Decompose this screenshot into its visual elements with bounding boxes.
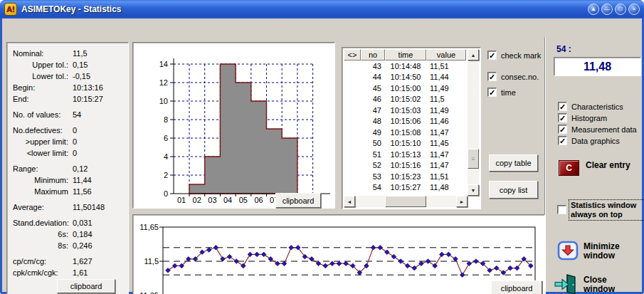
table-row[interactable]: 5010:15:1011,45 — [344, 138, 466, 149]
list-option[interactable]: ✓time — [487, 88, 541, 97]
clear-entry-label: Clear entry — [586, 160, 630, 170]
list-checkbox[interactable]: ✓ — [487, 88, 497, 97]
list-checkbox[interactable]: ✓ — [487, 72, 497, 81]
table-row[interactable]: 4510:15:0011,49 — [344, 83, 466, 94]
table-row[interactable]: 5310:15:2311,51 — [344, 171, 466, 182]
always-on-top-checkbox[interactable] — [557, 205, 566, 214]
svg-text:11,65: 11,65 — [139, 223, 159, 231]
list-checkbox[interactable]: ✓ — [487, 51, 497, 60]
table-row[interactable]: 4610:15:0211,5 — [344, 94, 466, 105]
svg-text:2: 2 — [164, 171, 168, 179]
minimize-window-label[interactable]: Minimize window — [584, 242, 628, 261]
title-bar[interactable]: A! ASIMETOKey - Statistics ▲—□× — [0, 0, 644, 19]
histogram-panel: 0246810121401020304050607 clipboard — [132, 42, 335, 209]
minimize-window-button[interactable]: — — [601, 4, 613, 15]
vertical-scroll-thumb[interactable]: ≡ — [468, 149, 479, 169]
list-option[interactable]: ✓consec.no. — [487, 72, 541, 81]
table-header-cell: <> — [344, 49, 361, 61]
stat-value: -0,15 — [73, 72, 90, 80]
view-checkbox[interactable]: ✓ — [558, 113, 567, 122]
table-header-cell: time — [385, 49, 426, 61]
stat-label: Minimum: — [7, 176, 68, 184]
stat-row: Minimum:11,44 — [7, 175, 128, 187]
table-row[interactable]: 4710:15:0311,49 — [344, 105, 466, 116]
cell-time: 10:15:27 — [385, 183, 426, 191]
cell-value: 11,51 — [426, 172, 466, 181]
view-option[interactable]: ✓Data graphics — [558, 136, 637, 145]
table-row[interactable]: 5210:15:1611,47 — [344, 160, 466, 172]
clear-entry-button[interactable]: C — [559, 160, 579, 176]
stat-label: 8s: — [7, 241, 68, 250]
stat-value: 11,44 — [73, 176, 92, 184]
table-row[interactable]: 4410:14:5011,44 — [344, 72, 466, 83]
table-header: <>notimevalue — [344, 49, 466, 61]
cell-no: 54 — [361, 183, 385, 191]
svg-text:8: 8 — [164, 115, 168, 124]
svg-text:05: 05 — [239, 196, 248, 204]
view-option[interactable]: ✓Characteristics — [558, 102, 637, 111]
stat-row: Range:0,12 — [7, 164, 128, 175]
svg-text:10: 10 — [159, 97, 168, 105]
scroll-right-button[interactable]: ► — [456, 196, 468, 207]
scroll-up-button[interactable]: ▲ — [468, 49, 479, 61]
view-checkbox[interactable]: ✓ — [558, 102, 567, 111]
table-row[interactable]: 4810:15:0611,46 — [344, 116, 466, 127]
stat-label: End: — [13, 95, 29, 103]
scroll-left-button[interactable]: ◄ — [344, 196, 355, 207]
stat-value: 0,15 — [73, 61, 88, 69]
stat-row: cp/cm/cg:1,627 — [7, 256, 128, 268]
svg-text:03: 03 — [208, 196, 216, 204]
current-value: 11,48 — [584, 61, 611, 73]
statistics-panel: Nominal:11,5Upper tol.:0,15Lower tol.:-0… — [6, 42, 129, 294]
stat-label: Maximum — [7, 187, 68, 196]
table-row[interactable]: 4910:15:0811,47 — [344, 127, 466, 138]
view-checkbox[interactable]: ✓ — [558, 125, 567, 134]
close-window-label[interactable]: Close window — [584, 275, 628, 294]
copy-table-button[interactable]: copy table — [489, 154, 538, 172]
cell-value: 11,49 — [426, 106, 466, 115]
close-window-button[interactable]: × — [628, 4, 640, 15]
view-checkbox[interactable]: ✓ — [558, 136, 567, 145]
stat-row: End:10:15:27 — [7, 94, 128, 105]
svg-text:06: 06 — [254, 196, 263, 204]
stat-label: 6s: — [7, 230, 68, 238]
close-window-icon[interactable] — [551, 273, 579, 294]
table-row[interactable]: 5110:15:1311,47 — [344, 149, 466, 160]
cell-value: 11,46 — [426, 117, 466, 125]
view-option[interactable]: ✓Measurement data — [558, 125, 637, 134]
horizontal-scrollbar[interactable]: ◄ ► — [344, 196, 468, 207]
vertical-scrollbar[interactable]: ▲ ≡ ▼ — [468, 49, 479, 196]
table-header-cell: no — [361, 49, 385, 61]
stat-value: 0,12 — [73, 164, 88, 173]
cell-no: 48 — [361, 117, 385, 125]
horizontal-scroll-thumb[interactable] — [385, 196, 426, 207]
svg-text:0: 0 — [164, 189, 168, 198]
stat-value: 54 — [73, 110, 81, 119]
minimize-window-icon[interactable] — [557, 241, 579, 262]
stat-row: Begin:10:13:16 — [7, 83, 128, 94]
stat-value: 0 — [73, 137, 77, 146]
list-option[interactable]: ✓check mark — [487, 51, 541, 60]
histogram-clipboard-button[interactable]: clipboard — [275, 193, 321, 208]
view-option[interactable]: ✓Histogram — [558, 113, 637, 122]
cell-no: 47 — [361, 106, 385, 115]
rollup-window-button[interactable]: ▲ — [588, 4, 599, 15]
copy-list-button[interactable]: copy list — [489, 181, 538, 199]
cell-value: 11,49 — [426, 84, 466, 93]
stat-value: 0 — [73, 126, 77, 135]
stat-label: Range: — [13, 164, 38, 173]
stat-row: 6s:0,184 — [7, 229, 128, 241]
always-on-top-label[interactable]: Statistics window always on top — [569, 199, 644, 221]
svg-text:6: 6 — [164, 134, 168, 142]
table-row[interactable]: 4310:14:4811,51 — [344, 61, 466, 72]
stat-value: 10:15:27 — [73, 95, 103, 103]
stat-value: 11,50148 — [73, 203, 105, 211]
app-icon[interactable]: A! — [4, 3, 17, 16]
stats-rows: Nominal:11,5Upper tol.:0,15Lower tol.:-0… — [7, 43, 128, 279]
table-row[interactable]: 5410:15:2711,48 — [344, 182, 466, 194]
stats-clipboard-button[interactable]: clipboard — [57, 279, 115, 293]
histogram-chart: 0246810121401020304050607 — [133, 43, 334, 208]
maximize-window-button[interactable]: □ — [615, 4, 626, 15]
runchart-clipboard-button[interactable]: clipboard — [491, 280, 542, 294]
scroll-down-button[interactable]: ▼ — [468, 184, 479, 196]
